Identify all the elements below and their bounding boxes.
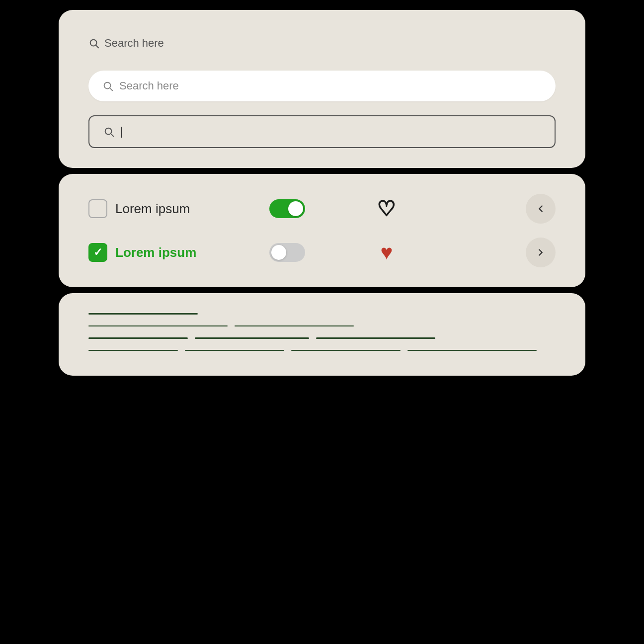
search-icon xyxy=(88,38,99,49)
chevron-right-area xyxy=(436,238,556,267)
heart-filled-area[interactable]: ♥ xyxy=(337,242,436,263)
white-search-box[interactable]: Search here xyxy=(88,71,556,101)
line-segment xyxy=(407,350,537,351)
plain-search-row[interactable]: Search here xyxy=(88,30,556,57)
toggle-on-area[interactable] xyxy=(238,199,337,218)
line-segment xyxy=(195,337,309,339)
outlined-search-cursor xyxy=(120,125,122,138)
toggle-knob-2 xyxy=(271,245,286,260)
line-row-2 xyxy=(88,325,556,327)
svg-line-5 xyxy=(111,134,113,136)
line-segment xyxy=(316,337,435,339)
line-segment xyxy=(235,325,354,327)
control-row-2: ✓ Lorem ipsum ♥ xyxy=(88,238,556,267)
toggle-knob xyxy=(288,201,303,216)
checkbox-label-2: Lorem ipsum xyxy=(115,245,196,260)
search-card: Search here Search here xyxy=(59,10,585,168)
chevron-left-icon xyxy=(535,203,546,214)
line-segment xyxy=(185,350,284,351)
chevron-right-icon xyxy=(535,247,546,258)
heart-filled-icon[interactable]: ♥ xyxy=(381,242,393,263)
search-icon xyxy=(103,126,114,137)
outlined-search-box[interactable] xyxy=(88,115,556,148)
line-segment xyxy=(291,350,401,351)
check-icon: ✓ xyxy=(93,247,102,258)
chevron-left-area xyxy=(436,194,556,224)
heart-outline-icon[interactable]: ♡ xyxy=(377,198,396,219)
chevron-left-button[interactable] xyxy=(526,194,556,224)
search-icon xyxy=(102,80,113,91)
line-row-3 xyxy=(88,337,556,339)
control-row-1: Lorem ipsum ♡ xyxy=(88,194,556,224)
toggle-on[interactable] xyxy=(269,199,305,218)
line-segment xyxy=(88,350,178,351)
controls-card: Lorem ipsum ♡ ✓ Lorem ipsum xyxy=(59,174,585,287)
line-group xyxy=(88,313,556,351)
chevron-right-button[interactable] xyxy=(526,238,556,267)
toggle-off[interactable] xyxy=(269,243,305,262)
plain-search-text: Search here xyxy=(104,37,164,50)
toggle-off-area[interactable] xyxy=(238,243,337,262)
heart-outline-area[interactable]: ♡ xyxy=(337,198,436,219)
line-row-4 xyxy=(88,350,556,351)
checkbox-label-1: Lorem ipsum xyxy=(115,201,190,217)
svg-line-3 xyxy=(110,88,112,90)
line-segment xyxy=(88,313,198,315)
checkbox-unchecked[interactable] xyxy=(88,199,107,218)
line-segment xyxy=(88,337,188,339)
text-cursor xyxy=(121,127,122,138)
checkbox-unchecked-area: Lorem ipsum xyxy=(88,199,238,218)
white-search-text: Search here xyxy=(119,80,179,92)
checkbox-checked[interactable]: ✓ xyxy=(88,243,107,262)
line-segment xyxy=(88,325,228,327)
checkbox-checked-area: ✓ Lorem ipsum xyxy=(88,243,238,262)
svg-line-1 xyxy=(96,45,98,48)
line-row-1 xyxy=(88,313,556,315)
lines-card xyxy=(59,293,585,376)
